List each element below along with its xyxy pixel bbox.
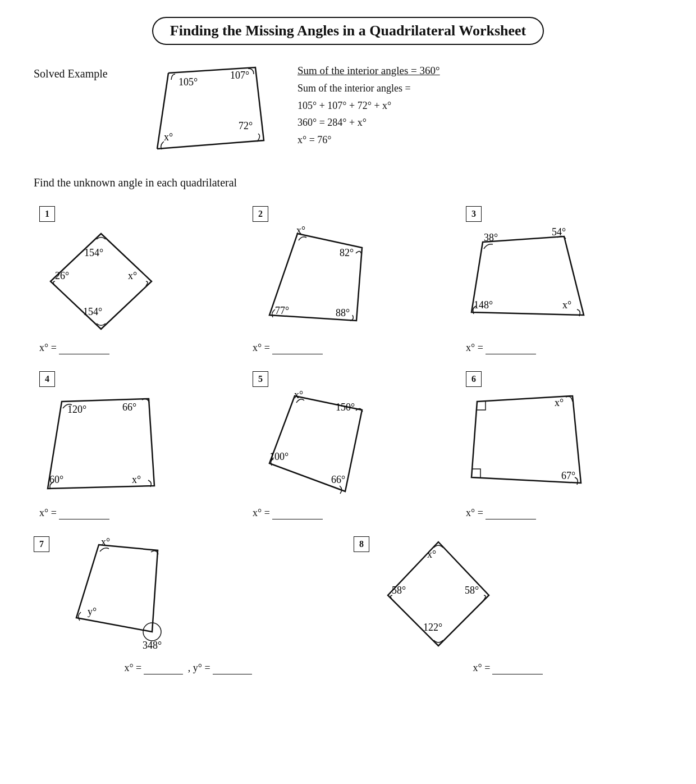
instructions: Find the unknown angle in each quadrilat… [34,176,662,189]
svg-text:26°: 26° [55,270,69,281]
svg-text:x°: x° [132,474,141,485]
problem-5: 5 x° 150° 100° 66° x° = [247,366,449,525]
svg-marker-33 [76,545,158,632]
svg-text:60°: 60° [49,474,63,485]
svg-text:x°: x° [555,397,564,408]
svg-text:38°: 38° [484,232,498,243]
svg-text:88°: 88° [336,307,350,318]
problem-2: 2 x° 82° 77° 88° x° = [247,200,449,360]
problem-3: 3 38° 54° 148° x° x° = [460,200,662,360]
svg-text:x°: x° [164,131,173,143]
page-title: Finding the Missing Angles in a Quadrila… [152,17,544,45]
svg-text:107°: 107° [230,70,249,81]
svg-text:154°: 154° [84,247,103,258]
svg-text:66°: 66° [331,474,345,485]
problem-1: 1 154° 26° x° 154° x° = [34,200,236,360]
svg-text:122°: 122° [423,622,442,633]
svg-text:154°: 154° [83,306,102,317]
example-shape: 105° 107° 72° x° [152,62,275,159]
svg-text:150°: 150° [336,402,355,413]
svg-text:77°: 77° [275,305,289,316]
problem-8: 8 x° 58° 58° 122° x° = [354,536,662,674]
svg-text:x°: x° [101,536,110,548]
svg-text:148°: 148° [474,299,493,311]
svg-text:58°: 58° [465,585,479,596]
svg-text:82°: 82° [340,247,354,258]
solution-block: Sum of the interior angles = 360° Sum of… [297,62,440,149]
svg-text:x°: x° [294,390,303,400]
svg-text:66°: 66° [122,402,136,413]
svg-text:x°: x° [296,225,305,236]
problem-4: 4 120° 66° 60° x° x° = [34,366,236,525]
svg-text:67°: 67° [561,470,575,481]
solved-label: Solved Example [34,62,129,80]
svg-text:58°: 58° [392,585,406,596]
problem-7: 7 x° y° 348° x° = , y° = [34,536,342,674]
svg-text:100°: 100° [269,451,289,462]
svg-text:72°: 72° [239,120,253,131]
svg-text:105°: 105° [178,76,198,88]
svg-text:x°: x° [562,299,571,311]
problem-6: 6 x° 67° x° = [460,366,662,525]
svg-text:x°: x° [427,549,436,560]
svg-text:120°: 120° [67,404,86,415]
svg-text:x°: x° [128,270,137,281]
svg-text:54°: 54° [552,226,566,238]
svg-text:348°: 348° [143,640,162,651]
svg-text:y°: y° [88,606,97,617]
